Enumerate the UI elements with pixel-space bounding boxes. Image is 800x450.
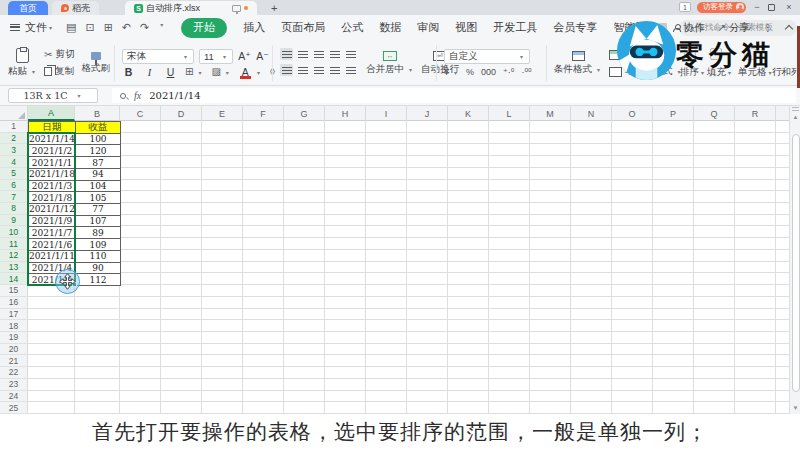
comma-style-button[interactable]: 000 [481,67,496,77]
scroll-up-button[interactable]: ▲ [790,111,800,123]
format-painter-button[interactable]: 格式刷 [81,42,110,84]
column-header-P[interactable]: P [653,106,694,121]
increase-indent-button[interactable] [344,48,357,60]
row-header-4[interactable]: 4 [0,156,27,168]
scroll-down-button[interactable]: ▼ [790,402,800,414]
row-header-10[interactable]: 10 [0,226,27,238]
row-header-14[interactable]: 14 [0,273,27,285]
cell[interactable]: 收益 [76,122,121,134]
row-header-23[interactable]: 23 [0,379,27,391]
login-button[interactable]: 访客登录 [697,2,746,13]
align-bottom-button[interactable] [312,48,325,60]
window-count-badge[interactable]: 1 [679,2,691,12]
row-header-8[interactable]: 8 [0,203,27,215]
column-header-R[interactable]: R [735,106,776,121]
font-name-select[interactable]: 宋体▾ [122,49,194,64]
font-color-button[interactable]: A▾ [239,67,262,78]
cell[interactable]: 110 [76,251,121,263]
cell[interactable]: 100 [76,134,121,146]
quick-access-dropdown-icon[interactable]: ▾ [160,21,163,34]
column-header-O[interactable]: O [612,106,653,121]
conditional-format-button[interactable]: 条件格式▾ [554,42,602,84]
row-header-22[interactable]: 22 [0,367,27,379]
cell[interactable]: 109 [76,239,121,251]
formula-input[interactable]: fx 2021/1/14 [112,88,796,103]
increase-decimal-button[interactable]: ⁺·⁰ [503,67,514,77]
row-header-15[interactable]: 15 [0,285,27,297]
currency-button[interactable]: ¥▾ [444,67,459,77]
align-left-button[interactable] [280,64,293,76]
distributed-button[interactable] [344,64,357,76]
print-preview-button[interactable]: ⊞ [104,21,113,34]
column-header-E[interactable]: E [202,106,243,121]
column-header-I[interactable]: I [366,106,407,121]
align-top-button[interactable] [280,48,293,60]
cell[interactable]: 120 [76,145,121,157]
row-header-9[interactable]: 9 [0,215,27,227]
rows-cols-button[interactable]: 行和列 [772,66,800,79]
cell[interactable]: 112 [76,274,121,286]
collaborate-button[interactable]: 协作 [684,21,705,35]
decrease-decimal-button[interactable]: ·⁰⁰ [521,67,531,77]
menu-item-视图[interactable]: 视图 [455,20,477,35]
column-header-D[interactable]: D [161,106,202,121]
number-format-select[interactable]: 自定义▾ [444,49,530,64]
align-right-button[interactable] [312,64,325,76]
column-header-N[interactable]: N [571,106,612,121]
column-header-L[interactable]: L [489,106,530,121]
underline-button[interactable]: U [164,67,177,78]
row-header-11[interactable]: 11 [0,238,27,250]
borders-button[interactable]: ⊞▾ [185,67,203,77]
italic-button[interactable]: I [143,67,156,78]
menu-item-页面布局[interactable]: 页面布局 [281,20,325,35]
scrollbar-thumb[interactable] [792,134,800,392]
row-header-17[interactable]: 17 [0,309,27,321]
redo-button[interactable]: ↷ [140,21,149,34]
maximize-button[interactable] [768,4,778,11]
row-header-12[interactable]: 12 [0,250,27,262]
row-header-21[interactable]: 21 [0,355,27,367]
minimize-button[interactable]: − [752,2,762,12]
collapse-ribbon-icon[interactable] [785,25,793,33]
name-box[interactable]: 13R x 1C▾ [8,88,98,103]
row-header-25[interactable]: 25 [0,402,27,414]
column-header-F[interactable]: F [243,106,284,121]
cell[interactable]: 107 [76,216,121,228]
column-header-G[interactable]: G [284,106,325,121]
row-header-3[interactable]: 3 [0,144,27,156]
column-header-K[interactable]: K [448,106,489,121]
bold-button[interactable]: B [122,67,135,78]
font-size-select[interactable]: 11▾ [199,49,233,64]
paste-button[interactable]: 粘贴▾ [8,42,37,84]
merge-center-button[interactable]: ↔ 合并居中▾ [366,42,414,84]
row-header-18[interactable]: 18 [0,320,27,332]
cell[interactable]: 89 [76,227,121,239]
cell[interactable]: 94 [76,169,121,181]
cell[interactable]: 90 [76,263,121,275]
row-header-2[interactable]: 2 [0,133,27,145]
tab-docer[interactable]: 稻壳 [52,1,99,15]
column-header-M[interactable]: M [530,106,571,121]
row-header-13[interactable]: 13 [0,262,27,274]
column-header-J[interactable]: J [407,106,448,121]
row-header-7[interactable]: 7 [0,191,27,203]
menu-item-插入[interactable]: 插入 [243,20,265,35]
undo-button[interactable]: ↶ [122,21,131,34]
column-header-H[interactable]: H [325,106,366,121]
menu-item-数据[interactable]: 数据 [379,20,401,35]
select-all-corner[interactable] [0,106,28,121]
file-dropdown-icon[interactable]: ▾ [49,24,52,31]
row-header-5[interactable]: 5 [0,168,27,180]
menu-item-开始[interactable]: 开始 [181,18,227,38]
menu-item-公式[interactable]: 公式 [341,20,363,35]
print-button[interactable]: ⊡ [85,21,94,34]
tab-document[interactable]: S 自动排序.xlsx [125,1,257,15]
close-button[interactable]: × [784,2,794,12]
row-header-19[interactable]: 19 [0,332,27,344]
menu-item-会员专享[interactable]: 会员专享 [553,20,597,35]
row-header-1[interactable]: 1 [0,121,27,133]
column-header-A[interactable]: A [28,106,75,121]
percent-button[interactable]: % [466,67,474,77]
align-middle-button[interactable] [296,48,309,60]
fill-color-button[interactable]: ▨▾ [211,67,230,77]
